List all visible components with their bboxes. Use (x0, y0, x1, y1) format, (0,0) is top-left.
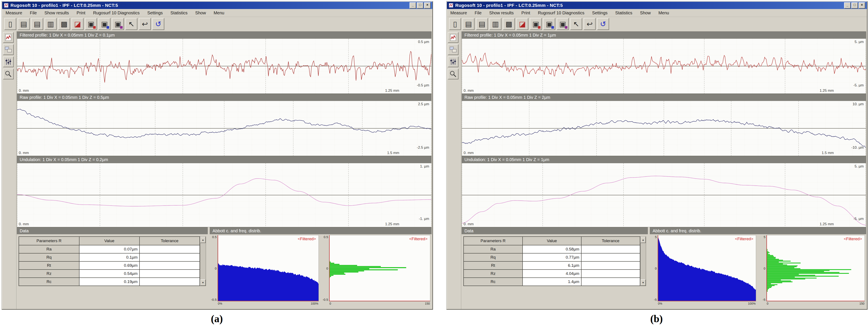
restore-button[interactable]: □ (417, 2, 424, 8)
menu-menu[interactable]: Menu (658, 10, 669, 16)
report-tool-button[interactable] (3, 32, 14, 43)
screen-blue-button[interactable]: ▣ (98, 18, 111, 30)
new-document-button[interactable]: ▯ (4, 18, 16, 30)
menu-show-results[interactable]: Show results (489, 10, 514, 16)
grid-view-button[interactable]: ▩ (503, 18, 515, 30)
screen-purple-badge (565, 26, 567, 29)
table-row: Rz0.54µm (19, 270, 200, 278)
scroll-down-icon[interactable]: ▼ (200, 279, 206, 286)
title-bar[interactable]: Rugosoft 10 - profilo1 - IPF - LCT:0.25m… (2, 2, 432, 9)
page-flip-button[interactable]: ↩ (584, 18, 596, 30)
tile-windows-tool-button[interactable] (3, 44, 14, 55)
open-profile-button[interactable]: ▤ (463, 18, 474, 30)
scroll-up-icon[interactable]: ▲ (641, 237, 646, 243)
red-area-chart-button[interactable]: ◪ (516, 18, 528, 30)
close-button[interactable]: × (424, 2, 431, 8)
parameters-table: Parameters RValueTolerance Ra0.58µmRq0.7… (463, 237, 640, 286)
cursor-button[interactable]: ↖ (570, 18, 582, 30)
zoom-tool-button[interactable] (3, 69, 14, 79)
restore-button[interactable]: □ (851, 2, 858, 8)
save-profile-icon: ▤ (478, 20, 485, 28)
undo-button[interactable]: ↺ (597, 18, 609, 30)
new-document-button[interactable]: ▯ (449, 18, 461, 30)
minimize-button[interactable]: _ (409, 2, 416, 8)
scroll-down-icon[interactable]: ▼ (641, 279, 646, 286)
tolerance-cell (581, 278, 640, 286)
minimize-button[interactable]: _ (844, 2, 851, 8)
screen-red-button[interactable]: ▣ (85, 18, 97, 30)
abbott-panel: Abbott c. and freq. distrib. 50-5 <Filte… (650, 227, 866, 306)
open-profile-icon: ▤ (20, 20, 27, 28)
x-end-label: 1.25 mm (820, 222, 834, 226)
report-icon (4, 34, 12, 41)
menu-print[interactable]: Print (77, 10, 86, 16)
red-area-chart-icon: ◪ (74, 20, 81, 28)
scrollbar-track[interactable] (641, 243, 646, 279)
undulation-chart: 1. µm -1. µm 0. mm 1.25 mm (17, 163, 432, 227)
parameter-cell: Rt (19, 261, 79, 270)
menu-show[interactable]: Show (640, 10, 651, 16)
filter-tool-button[interactable] (3, 56, 14, 67)
y-max-label: 2.5 µm (418, 102, 429, 106)
page-flip-button[interactable]: ↩ (139, 18, 151, 30)
grid-view-button[interactable]: ▩ (58, 18, 70, 30)
undo-button[interactable]: ↺ (152, 18, 164, 30)
red-area-chart-icon: ◪ (519, 20, 526, 28)
menu-measure[interactable]: Measure (5, 10, 22, 16)
red-area-chart-button[interactable]: ◪ (71, 18, 84, 30)
menu-statistics[interactable]: Statistics (170, 10, 188, 16)
screen-purple-badge (120, 26, 123, 29)
open-profile-button[interactable]: ▤ (18, 18, 30, 30)
report-tool-button[interactable] (448, 32, 459, 43)
data-panel-header: Data (17, 227, 208, 234)
save-profile-button[interactable]: ▤ (476, 18, 488, 30)
value-cell: 0.77µm (523, 253, 581, 261)
menu-settings[interactable]: Settings (592, 10, 608, 16)
menu-rugosurf-10-diagnostics[interactable]: Rugosurf 10 Diagnostics (538, 10, 585, 16)
x-start-label: 0. mm (19, 151, 29, 155)
menu-rugosurf-10-diagnostics[interactable]: Rugosurf 10 Diagnostics (93, 10, 140, 16)
window-buttons: _ □ × (844, 2, 865, 8)
menu-menu[interactable]: Menu (214, 10, 224, 16)
menu-file[interactable]: File (475, 10, 482, 16)
menu-show[interactable]: Show (195, 10, 206, 16)
cursor-button[interactable]: ↖ (125, 18, 137, 30)
toolbar: ▯▤▤▥▩◪▣▣▣↖↩↺ (2, 17, 432, 31)
zoom-tool-button[interactable] (448, 69, 459, 79)
x-tick-label: 0 (767, 302, 769, 306)
table-row: Rc1.4µm (464, 278, 640, 286)
menu-settings[interactable]: Settings (147, 10, 163, 16)
scroll-up-icon[interactable]: ▲ (200, 237, 206, 243)
parameters-table: Parameters RValueTolerance Ra0.07µmRq0.1… (19, 237, 200, 286)
screen-purple-button[interactable]: ▣ (112, 18, 124, 30)
tile-windows-tool-button[interactable] (448, 44, 459, 55)
undulation-header: Undulation: 1 Div X = 0.05mm 1 Div Z = 0… (17, 156, 432, 163)
menu-file[interactable]: File (30, 10, 37, 16)
table-row: Rc0.19µm (19, 278, 200, 286)
cursor-icon: ↖ (128, 20, 134, 28)
column-header: Parameters R (464, 237, 523, 245)
profile-view-button[interactable]: ▥ (45, 18, 57, 30)
value-cell: 1.4µm (523, 278, 581, 286)
magnifier-icon (449, 70, 457, 78)
menu-measure[interactable]: Measure (451, 10, 467, 16)
x-end-label: 1.25 mm (820, 88, 834, 93)
screen-blue-button[interactable]: ▣ (543, 18, 555, 30)
profile-view-button[interactable]: ▥ (490, 18, 501, 30)
title-bar[interactable]: Rugosoft 10 - profilo1 - IPF - LCT:0.25m… (447, 2, 867, 9)
menu-print[interactable]: Print (522, 10, 530, 16)
close-button[interactable]: × (859, 2, 865, 8)
screen-red-button[interactable]: ▣ (530, 18, 542, 30)
screen-purple-button[interactable]: ▣ (557, 18, 569, 30)
save-profile-button[interactable]: ▤ (31, 18, 43, 30)
table-scrollbar[interactable]: ▲ ▼ (640, 237, 646, 286)
filter-tool-button[interactable] (448, 56, 459, 67)
y-min-label: -5. µm (853, 83, 864, 87)
data-panel: Data Parameters RValueTolerance Ra0.58µm… (462, 227, 648, 306)
table-scrollbar[interactable]: ▲ ▼ (200, 237, 206, 286)
menu-show-results[interactable]: Show results (44, 10, 69, 16)
scrollbar-track[interactable] (200, 243, 206, 279)
menu-statistics[interactable]: Statistics (615, 10, 632, 16)
screen-blue-badge (106, 26, 109, 29)
y-tick-label: 0 (322, 267, 328, 270)
